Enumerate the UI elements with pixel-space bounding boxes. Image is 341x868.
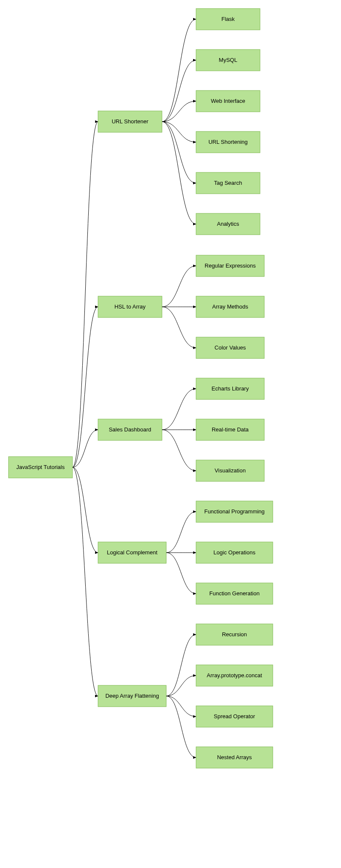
node-n3: Sales Dashboard bbox=[98, 419, 162, 440]
node-label: JavaScript Tutorials bbox=[16, 464, 65, 470]
node-n4c: Function Generation bbox=[196, 583, 273, 604]
node-n1c: Web Interface bbox=[196, 90, 260, 112]
node-n5b: Array.prototype.concat bbox=[196, 665, 273, 686]
node-n5: Deep Array Flattening bbox=[98, 685, 166, 707]
node-n5d: Nested Arrays bbox=[196, 747, 273, 768]
node-n2c: Color Values bbox=[196, 337, 264, 358]
edge-n3-n3a bbox=[162, 389, 196, 430]
edge-n5-n5b bbox=[166, 676, 196, 696]
node-n5a: Recursion bbox=[196, 624, 273, 645]
edge-n5-n5d bbox=[166, 696, 196, 757]
node-label: Regular Expressions bbox=[205, 262, 256, 269]
node-label: Real-time Data bbox=[212, 426, 249, 433]
node-label: Visualization bbox=[215, 467, 246, 474]
edge-n1-n1d bbox=[162, 122, 196, 142]
node-label: Logical Complement bbox=[107, 549, 158, 556]
node-n4b: Logic Operations bbox=[196, 542, 273, 563]
edge-n5-n5a bbox=[166, 635, 196, 696]
node-label: Tag Search bbox=[214, 180, 242, 186]
node-n1d: URL Shortening bbox=[196, 131, 260, 153]
node-label: Function Generation bbox=[209, 590, 260, 597]
node-label: Logic Operations bbox=[214, 549, 256, 556]
node-label: URL Shortener bbox=[112, 118, 149, 125]
node-n1a: Flask bbox=[196, 9, 260, 30]
node-n1: URL Shortener bbox=[98, 111, 162, 132]
node-label: Functional Programming bbox=[204, 508, 265, 515]
node-n4: Logical Complement bbox=[98, 542, 166, 563]
node-n3a: Echarts Library bbox=[196, 378, 264, 399]
edge-n4-n4a bbox=[166, 512, 196, 553]
node-label: MySQL bbox=[219, 57, 237, 63]
tree-diagram: JavaScript TutorialsURL ShortenerFlaskMy… bbox=[0, 0, 341, 868]
node-n2b: Array Methods bbox=[196, 296, 264, 317]
node-label: Analytics bbox=[217, 221, 240, 227]
edge-n1-n1f bbox=[162, 122, 196, 224]
node-n2a: Regular Expressions bbox=[196, 255, 264, 277]
node-label: URL Shortening bbox=[208, 139, 248, 145]
edge-n1-n1c bbox=[162, 101, 196, 122]
node-n4a: Functional Programming bbox=[196, 501, 273, 522]
node-label: Array.prototype.concat bbox=[207, 672, 262, 679]
node-label: Flask bbox=[221, 16, 235, 22]
node-label: Spread Operator bbox=[214, 713, 256, 719]
node-label: Color Values bbox=[214, 344, 246, 351]
node-n3c: Visualization bbox=[196, 460, 264, 481]
node-label: Array Methods bbox=[212, 303, 249, 310]
node-root: JavaScript Tutorials bbox=[9, 457, 72, 478]
node-n3b: Real-time Data bbox=[196, 419, 264, 440]
node-label: Recursion bbox=[222, 631, 247, 638]
edge-n5-n5c bbox=[166, 696, 196, 717]
edge-n2-n2a bbox=[162, 266, 196, 307]
node-label: HSL to Array bbox=[114, 303, 146, 310]
node-label: Echarts Library bbox=[211, 385, 249, 392]
node-label: Web Interface bbox=[211, 98, 246, 104]
edge-n2-n2c bbox=[162, 307, 196, 348]
edge-root-n5 bbox=[72, 467, 98, 696]
edge-root-n1 bbox=[72, 122, 98, 467]
edge-n1-n1a bbox=[162, 19, 196, 122]
node-n1f: Analytics bbox=[196, 213, 260, 235]
node-label: Deep Array Flattening bbox=[105, 693, 159, 699]
node-n1e: Tag Search bbox=[196, 172, 260, 194]
edge-n4-n4c bbox=[166, 553, 196, 594]
edge-root-n4 bbox=[72, 467, 98, 553]
node-n1b: MySQL bbox=[196, 50, 260, 71]
node-n2: HSL to Array bbox=[98, 296, 162, 317]
node-label: Nested Arrays bbox=[217, 754, 252, 760]
node-label: Sales Dashboard bbox=[109, 426, 151, 433]
edge-n3-n3c bbox=[162, 430, 196, 471]
edge-root-n2 bbox=[72, 307, 98, 467]
node-n5c: Spread Operator bbox=[196, 706, 273, 727]
